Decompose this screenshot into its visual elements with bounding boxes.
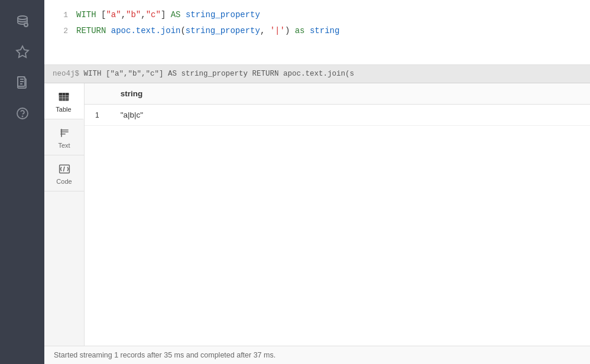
- tab-code-label: Code: [56, 178, 72, 185]
- main-content: 1 WITH ["a","b","c"] AS string_property …: [44, 0, 590, 364]
- cell-string-1: "a|b|c": [110, 105, 590, 126]
- code-line-1: 1 WITH ["a","b","c"] AS string_property: [44, 7, 590, 23]
- query-text: WITH ["a","b","c"] AS string_property RE…: [79, 70, 354, 78]
- line-number-1: 1: [56, 9, 68, 22]
- query-bar: neo4j$ WITH ["a","b","c"] AS string_prop…: [44, 65, 590, 83]
- table-icon: [56, 89, 72, 105]
- tab-text[interactable]: Text: [44, 119, 84, 155]
- document-icon: [14, 74, 31, 91]
- status-bar: Started streaming 1 records after 35 ms …: [44, 346, 590, 364]
- status-message: Started streaming 1 records after 35 ms …: [54, 351, 275, 359]
- svg-marker-2: [17, 46, 28, 57]
- sidebar-item-favorites[interactable]: [0, 37, 44, 67]
- table-row: 1 "a|b|c": [85, 105, 590, 126]
- results-area: Table Text Code: [44, 83, 590, 346]
- text-icon: [57, 125, 72, 141]
- svg-point-0: [18, 16, 27, 20]
- svg-rect-7: [59, 93, 69, 95]
- sidebar: [0, 0, 44, 364]
- row-number-header: [85, 83, 110, 105]
- svg-point-5: [22, 116, 22, 117]
- help-icon: [14, 105, 31, 122]
- code-icon: [57, 161, 72, 177]
- tab-table-label: Table: [56, 106, 71, 113]
- tab-table[interactable]: Table: [44, 83, 84, 119]
- sidebar-item-help[interactable]: [0, 98, 44, 129]
- table-results[interactable]: string 1 "a|b|c": [85, 83, 590, 346]
- sidebar-item-database[interactable]: [0, 6, 44, 37]
- code-line-2: 2 RETURN apoc.text.join(string_property,…: [44, 23, 590, 39]
- column-header-string: string: [110, 83, 590, 105]
- sidebar-item-documents[interactable]: [0, 67, 44, 98]
- tab-text-label: Text: [58, 142, 70, 149]
- star-icon: [14, 44, 31, 60]
- table-header-row: string: [85, 83, 590, 105]
- tab-code[interactable]: Code: [44, 155, 84, 191]
- database-icon: [14, 13, 31, 30]
- view-tabs: Table Text Code: [44, 83, 85, 346]
- code-editor[interactable]: 1 WITH ["a","b","c"] AS string_property …: [44, 0, 590, 65]
- query-prompt: neo4j$: [53, 70, 79, 78]
- result-table: string 1 "a|b|c": [85, 83, 590, 126]
- line-number-2: 2: [56, 25, 68, 38]
- row-number-1: 1: [85, 105, 110, 126]
